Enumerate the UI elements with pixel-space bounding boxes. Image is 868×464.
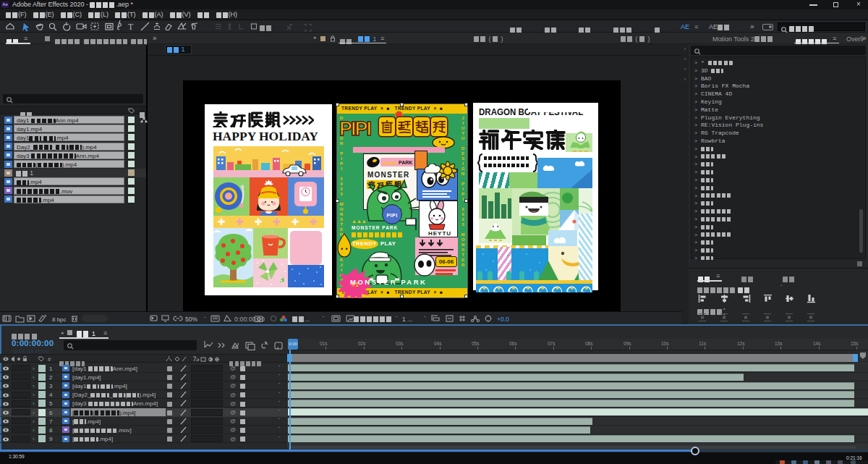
svg-text:+0.0: +0.0 — [497, 316, 509, 323]
svg-text:MONSTER: MONSTER — [367, 171, 409, 179]
svg-text:50%: 50% — [185, 316, 197, 323]
svg-text:PARK: PARK — [399, 160, 412, 165]
svg-text:ˇ: ˇ — [204, 316, 206, 321]
svg-text:HEYTU: HEYTU — [428, 230, 451, 237]
svg-text:T: T — [128, 22, 134, 32]
svg-text:#: # — [48, 356, 51, 363]
svg-text:PIPI: PIPI — [339, 118, 371, 140]
svg-text:8 bpc: 8 bpc — [52, 316, 67, 323]
